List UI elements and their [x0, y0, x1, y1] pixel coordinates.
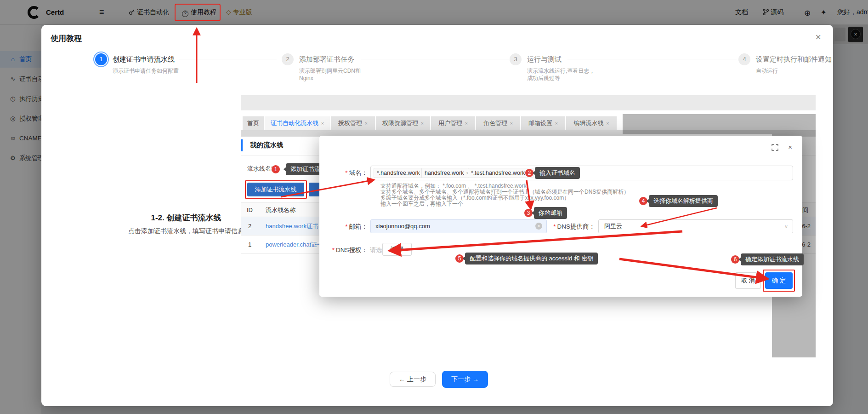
- step-3-circle: 3: [510, 53, 522, 65]
- dialog-close-icon[interactable]: ×: [788, 143, 792, 151]
- domain-label: *域名：: [329, 169, 368, 177]
- tab-permission[interactable]: 权限资源管理×: [376, 116, 430, 130]
- step-1-circle: 1: [95, 53, 107, 65]
- step-4-circle: 4: [738, 53, 750, 65]
- step-1-desc: 演示证书申请任务如何配置: [113, 67, 182, 75]
- annotation-tooltip-5: 配置和选择你的域名提供商的 accessid 和 密钥: [465, 253, 598, 264]
- step-connector: [567, 59, 737, 59]
- annotation-tooltip-6: 确定添加证书流水线: [741, 253, 804, 265]
- row-id: 2: [248, 217, 251, 236]
- dns-provider-label: *DNS提供商：: [545, 223, 595, 231]
- tab-users[interactable]: 用户管理×: [431, 116, 475, 130]
- row-pipeline-link[interactable]: powerleader.chat证书: [266, 236, 323, 254]
- tutorial-note-title: 1-2. 创建证书流水线: [110, 213, 262, 223]
- step-connector: [179, 59, 277, 59]
- tab-close-icon[interactable]: ×: [555, 121, 558, 126]
- chevron-down-icon: ∨: [784, 220, 788, 233]
- tab-close-icon[interactable]: ×: [510, 121, 513, 126]
- dns-auth-label: *DNS授权：: [329, 246, 368, 254]
- tab-roles[interactable]: 角色管理×: [476, 116, 520, 130]
- domain-help-line: 输入一个回车之后，再输入下一个: [380, 200, 463, 208]
- tab-auth[interactable]: 授权管理×: [331, 116, 375, 130]
- modal-title: 使用教程: [51, 33, 82, 44]
- email-label: *邮箱：: [329, 223, 368, 231]
- annotation-tooltip-3: 你的邮箱: [534, 207, 567, 219]
- tab-home[interactable]: 首页: [243, 116, 264, 130]
- step-2-circle: 2: [282, 53, 294, 65]
- next-step-button[interactable]: 下一步 →: [442, 371, 488, 388]
- tab-close-icon[interactable]: ×: [365, 121, 368, 126]
- tab-close-icon[interactable]: ×: [607, 121, 609, 126]
- step-connector: [361, 59, 509, 59]
- annotation-red-box-ok-button: [763, 270, 795, 292]
- fullscreen-icon[interactable]: [772, 144, 778, 151]
- step-3-title: 运行与测试: [527, 55, 562, 64]
- step-2-desc: 演示部署到阿里云CDN和Nginx: [299, 67, 368, 82]
- tab-cert-pipeline[interactable]: 证书自动化流水线×: [265, 116, 330, 130]
- tab-email[interactable]: 邮箱设置×: [521, 116, 565, 130]
- domain-tag[interactable]: *.handsfree.work×: [374, 168, 428, 178]
- annotation-red-box-tutorial: [175, 4, 221, 21]
- screenshot-header-strip: [241, 95, 816, 110]
- row-id: 1: [248, 236, 251, 254]
- step-3-desc: 演示流水线运行,查看日志，成功后跳过等: [527, 67, 596, 82]
- tab-close-icon[interactable]: ×: [321, 121, 324, 126]
- add-pipeline-dialog: × *域名： *.handsfree.work× handsfree.work×…: [319, 136, 802, 297]
- email-field[interactable]: xiaojunnuo@qq.com: [370, 219, 547, 233]
- dimmed-region: [623, 114, 816, 134]
- row-pipeline-link[interactable]: handsfree.work证书: [266, 217, 318, 236]
- domain-tag[interactable]: *.test.handsfree.work×: [468, 168, 533, 178]
- tab-edit-pipeline[interactable]: 编辑流水线×: [566, 116, 617, 130]
- step-4-title: 设置定时执行和邮件通知: [756, 55, 832, 64]
- step-2-title: 添加部署证书任务: [299, 55, 354, 64]
- annotation-badge-1: 1: [272, 165, 280, 173]
- annotation-red-box-add-button: [245, 180, 307, 199]
- tutorial-modal: 使用教程 × 1 创建证书申请流水线 演示证书申请任务如何配置 2 添加部署证书…: [41, 25, 833, 406]
- col-name: 流水线名称: [266, 203, 295, 218]
- dns-auth-select-button[interactable]: 选 择: [382, 243, 412, 256]
- modal-close-icon[interactable]: ×: [815, 31, 821, 43]
- cancel-button[interactable]: 取 消: [735, 272, 761, 289]
- prev-step-button[interactable]: ← 上一步: [390, 372, 436, 387]
- dns-provider-select[interactable]: 阿里云∨: [598, 219, 793, 233]
- panel-accent-bar: [241, 139, 243, 151]
- panel-title: 我的流水线: [250, 141, 284, 150]
- tab-close-icon[interactable]: ×: [421, 121, 424, 126]
- tab-close-icon[interactable]: ×: [465, 121, 468, 126]
- annotation-tooltip-4: 选择你域名解析提供商: [649, 195, 718, 207]
- step-4-desc: 自动运行: [756, 67, 825, 75]
- annotation-tooltip-2: 输入证书域名: [535, 167, 580, 179]
- domain-tag[interactable]: handsfree.work×: [421, 168, 472, 178]
- col-id: ID: [247, 203, 253, 218]
- clear-input-icon[interactable]: ×: [535, 223, 542, 230]
- step-1-title: 创建证书申请流水线: [113, 55, 175, 64]
